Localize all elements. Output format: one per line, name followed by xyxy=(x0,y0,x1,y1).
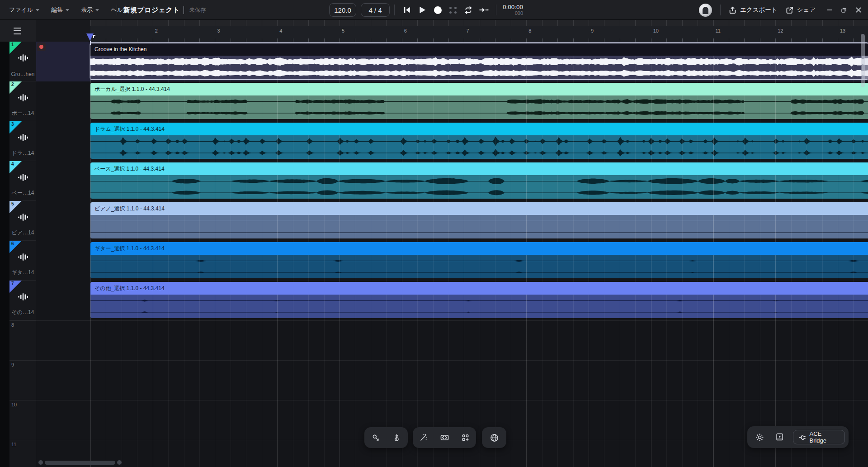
minimize-icon[interactable] xyxy=(826,7,833,13)
tracks-viewport: 1Gro…hen2ボー…143ドラ…144ベー…145ピア…146ギタ…147そ… xyxy=(0,42,868,467)
bar-number: 12 xyxy=(778,28,783,33)
pads-button[interactable] xyxy=(445,2,461,18)
waveform-icon xyxy=(18,93,28,102)
gear-icon xyxy=(755,433,764,442)
ai-tools-pill xyxy=(413,427,476,448)
record-arm-button[interactable] xyxy=(37,43,46,51)
beat-ticks xyxy=(90,38,868,42)
left-gutter xyxy=(0,42,9,467)
globe-icon xyxy=(490,434,499,442)
track-number: 6 xyxy=(11,241,14,246)
chevron-down-icon xyxy=(95,9,99,11)
hamburger-menu-button[interactable] xyxy=(14,28,21,34)
pre-roll-zone xyxy=(36,20,90,42)
empty-track-row[interactable]: 9 xyxy=(9,360,868,400)
sample-box-button[interactable] xyxy=(434,428,454,448)
clip-grid-overlay xyxy=(90,56,868,79)
hscroll-left-handle[interactable] xyxy=(38,460,43,465)
track-list-header xyxy=(0,20,36,42)
menu-label: 表示 xyxy=(81,6,93,14)
empty-track-row[interactable]: 8 xyxy=(9,320,868,360)
pads-icon xyxy=(449,7,457,14)
restore-icon[interactable] xyxy=(841,7,847,13)
bar-number: 5 xyxy=(342,28,344,33)
clip-waveform-area xyxy=(90,135,868,159)
track-header[interactable]: 4ベー…14 xyxy=(9,161,36,201)
skip-start-icon xyxy=(403,6,411,14)
play-button[interactable] xyxy=(415,2,430,18)
loop-button[interactable] xyxy=(461,2,476,18)
transport-divider xyxy=(394,5,395,15)
tutorial-icon xyxy=(776,433,783,441)
loop-region-strip[interactable] xyxy=(90,20,868,26)
avatar[interactable] xyxy=(699,4,712,17)
empty-row-number: 11 xyxy=(11,442,16,447)
instrument-button[interactable] xyxy=(387,428,406,448)
language-button[interactable] xyxy=(484,428,504,448)
record-icon xyxy=(434,6,442,14)
audio-clip[interactable]: ピアノ_選択 1.1.0 - 44.3.414 xyxy=(90,202,868,238)
bar-number: 9 xyxy=(591,28,594,33)
time-display[interactable]: 0:00:00 000 xyxy=(503,4,523,16)
bar-number: 2 xyxy=(155,28,158,33)
export-button[interactable]: エクスポート xyxy=(729,6,778,14)
time-signature-display[interactable]: 4 / 4 xyxy=(361,3,390,17)
clip-title: ピアノ_選択 1.1.0 - 44.3.414 xyxy=(90,202,868,215)
follow-playhead-button[interactable] xyxy=(476,2,491,18)
skip-start-button[interactable] xyxy=(399,2,415,18)
close-icon[interactable] xyxy=(855,7,862,13)
clip-title: ベース_選択 1.1.0 - 44.3.414 xyxy=(90,162,868,175)
tutorial-button[interactable] xyxy=(770,427,790,447)
mic-icon xyxy=(372,434,380,442)
settings-button[interactable] xyxy=(750,427,769,447)
magic-wand-button[interactable] xyxy=(414,428,434,448)
track-header[interactable]: 3ドラ…14 xyxy=(9,121,36,161)
track-header[interactable]: 7その…14 xyxy=(9,281,36,320)
track-header[interactable]: 1Gro…hen xyxy=(9,42,36,81)
audio-clip[interactable]: ボーカル_選択 1.1.0 - 44.3.414 xyxy=(90,83,868,119)
track-header[interactable]: 5ピア…14 xyxy=(9,201,36,241)
toolbar-right-group: エクスポート シェア xyxy=(699,0,862,20)
export-label: エクスポート xyxy=(740,6,778,14)
add-elements-button[interactable] xyxy=(455,428,475,448)
playhead-marker[interactable] xyxy=(86,33,94,41)
time-main: 0:00:00 xyxy=(503,4,523,11)
tempo-display[interactable]: 120.0 xyxy=(329,3,356,17)
track-header[interactable]: 6ギタ…14 xyxy=(9,241,36,281)
horizontal-scrollbar[interactable] xyxy=(38,460,122,465)
share-icon xyxy=(786,6,793,14)
menu-edit[interactable]: 編集 xyxy=(51,6,69,14)
audio-clip[interactable]: ドラム_選択 1.1.0 - 44.3.414 xyxy=(90,123,868,159)
timeline-ruler[interactable]: 2345678910111213 xyxy=(90,20,868,42)
clip-waveform-area xyxy=(90,255,868,278)
vertical-scrollbar[interactable] xyxy=(861,34,865,87)
bar-number: 7 xyxy=(467,28,469,33)
selected-clip-top-line xyxy=(90,43,868,44)
record-button[interactable] xyxy=(430,2,445,18)
mic-button[interactable] xyxy=(366,428,386,448)
magic-wand-icon xyxy=(420,434,428,442)
audio-clip[interactable]: ギター_選択 1.1.0 - 44.3.414 xyxy=(90,242,868,278)
clip-title: Groove in the Kitchen xyxy=(90,43,868,56)
share-button[interactable]: シェア xyxy=(786,6,816,14)
menu-view[interactable]: 表示 xyxy=(81,6,99,14)
audio-clip[interactable]: ベース_選択 1.1.0 - 44.3.414 xyxy=(90,162,868,199)
hscroll-thumb[interactable] xyxy=(45,461,115,465)
playhead-notch xyxy=(93,35,95,38)
clip-title: その他_選択 1.1.0 - 44.3.414 xyxy=(90,282,868,295)
hscroll-right-handle[interactable] xyxy=(117,460,122,465)
track-name: ベー…14 xyxy=(9,189,36,197)
clip-waveform-area xyxy=(90,215,868,238)
menu-file[interactable]: ファイル xyxy=(9,6,39,14)
audio-clip[interactable]: Groove in the Kitchen xyxy=(90,43,868,79)
clip-waveform-area xyxy=(90,95,868,119)
ace-bridge-label: ACE Bridge xyxy=(809,430,839,444)
track-number: 1 xyxy=(11,42,14,47)
clip-waveform-area xyxy=(90,56,868,79)
audio-clip[interactable]: その他_選択 1.1.0 - 44.3.414 xyxy=(90,282,868,318)
bar-ruler[interactable]: 2345678910111213 xyxy=(90,26,868,42)
track-header[interactable]: 2ボー…14 xyxy=(9,81,36,121)
ace-bridge-button[interactable]: ACE Bridge xyxy=(793,430,845,444)
project-title[interactable]: 新規プロジェクト xyxy=(123,6,180,14)
record-tools-pill xyxy=(364,427,408,448)
